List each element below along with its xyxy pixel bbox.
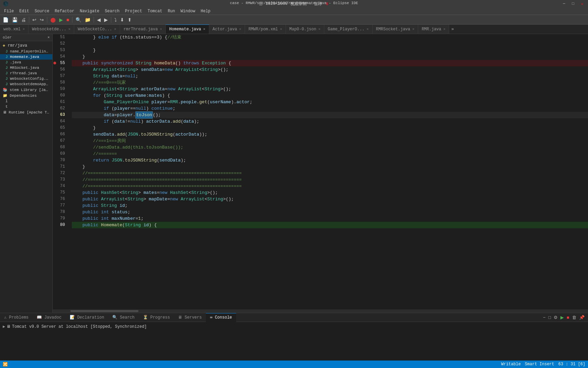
tab-overflow[interactable]: »: [449, 27, 456, 32]
menu-file[interactable]: File: [1, 8, 17, 14]
tab-homemate[interactable]: Homemate.java ×: [166, 25, 209, 34]
tab-pom-close[interactable]: ×: [280, 27, 282, 31]
menu-navigate[interactable]: Navigate: [77, 8, 102, 14]
tab-gameplayero[interactable]: Game_PlayerO... ×: [324, 25, 373, 34]
minimize-button[interactable]: ─: [561, 1, 567, 7]
tab-websocketco-close[interactable]: ×: [114, 27, 116, 31]
bottom-tab-console[interactable]: ⌨ Console: [206, 313, 236, 322]
tab-rmrthread-close[interactable]: ×: [160, 27, 162, 31]
toolbar-stop[interactable]: ■: [65, 16, 70, 24]
toolbar-open-resource[interactable]: 📁: [83, 16, 92, 24]
sidebar-item-java1[interactable]: J .java: [0, 60, 52, 65]
bottom-tab-servers[interactable]: 🖥 Servers: [174, 313, 206, 322]
title-bar-hamburger[interactable]: ☰: [259, 1, 263, 6]
bottom-tab-problems[interactable]: ⚠ Problems: [0, 313, 33, 322]
sidebar-item-l[interactable]: l: [0, 98, 52, 104]
tab-webxml-label: web.xml: [3, 27, 20, 32]
bottom-tab-javadoc[interactable]: 📖 Javadoc: [33, 313, 66, 322]
toolbar-sep-4: [94, 17, 94, 23]
close-button[interactable]: ✕: [579, 1, 585, 7]
ln-52: 52: [53, 41, 68, 47]
menu-edit[interactable]: Edit: [17, 8, 32, 14]
menu-project[interactable]: Project: [122, 8, 145, 14]
tab-websocketde-close[interactable]: ×: [68, 27, 71, 31]
tab-rmrthread[interactable]: rmrThread.java ×: [120, 25, 166, 34]
console-maximize-button[interactable]: □: [548, 314, 552, 321]
console-run-button[interactable]: ▶: [560, 314, 565, 321]
ln-77: 77: [53, 202, 68, 209]
code-container[interactable]: 51 52 53 54 55 56 57 58 59 60 61 62 63 6…: [53, 34, 588, 309]
sidebar-item-t[interactable]: t: [0, 104, 52, 109]
sidebar-item-homemate[interactable]: J Homemate.java: [0, 54, 52, 60]
toolbar-redo[interactable]: ↪: [38, 16, 45, 24]
toolbar-sep-2: [47, 17, 47, 23]
toolbar-print[interactable]: 🖨: [20, 16, 27, 24]
toolbar-step-return[interactable]: ⬆: [126, 16, 133, 24]
menu-source[interactable]: Source: [32, 8, 52, 14]
tab-rmr-close[interactable]: ×: [443, 27, 446, 31]
console-stop-button[interactable]: ■: [566, 314, 570, 321]
console-minimize-button[interactable]: −: [542, 314, 546, 321]
console-clear-button[interactable]: 🗑: [571, 314, 577, 321]
toolbar-new[interactable]: 📄: [1, 16, 10, 24]
tab-actor-close[interactable]: ×: [239, 27, 242, 31]
sidebar-close-icon[interactable]: ×: [47, 35, 50, 40]
tab-rmrsocket[interactable]: RMRSocket.java ×: [373, 25, 418, 34]
code-line-61: Game_PlayerOnline player=RMR.people.get(…: [72, 99, 588, 105]
menu-tomcat[interactable]: Tomcat: [145, 8, 165, 14]
tab-map-close[interactable]: ×: [318, 27, 321, 31]
toolbar-prev[interactable]: ◀: [96, 16, 102, 24]
sidebar-item-wsapp[interactable]: J WebsocketdemoApplication.java: [0, 81, 52, 87]
ln-60: 60: [53, 92, 68, 99]
title-bar-right: ─ □ ✕: [561, 1, 585, 7]
tab-actor[interactable]: Actor.java ×: [209, 25, 245, 34]
bottom-tab-progress[interactable]: ⏳ Progress: [139, 313, 174, 322]
menu-refactor[interactable]: Refactor: [52, 8, 77, 14]
tab-websocketde[interactable]: Websocketde... ×: [29, 25, 74, 34]
sidebar-item-rthread[interactable]: J rThread.java: [0, 71, 52, 76]
tab-webxml-close[interactable]: ×: [22, 27, 25, 31]
sidebar-item-game-player[interactable]: J name_PlayerOnline.java: [0, 49, 52, 54]
sidebar-item-tomcat[interactable]: 🖥 Runtime [Apache Tomcat v9.0]: [0, 109, 52, 115]
bottom-tab-search[interactable]: 🔍 Search: [108, 313, 138, 322]
toolbar-run[interactable]: ▶: [58, 16, 64, 24]
toolbar-save[interactable]: 💾: [11, 16, 19, 24]
tab-map[interactable]: Map0-0.json ×: [286, 25, 324, 34]
toolbar-next[interactable]: ▶: [103, 16, 109, 24]
record-icon[interactable]: ⏸: [325, 1, 329, 6]
tab-homemate-close[interactable]: ×: [203, 27, 206, 31]
tab-rmrsocket-close[interactable]: ×: [412, 27, 415, 31]
menu-run[interactable]: Run: [165, 8, 178, 14]
sidebar-item-wsconfig[interactable]: J WebsocketConfig.java: [0, 76, 52, 81]
java-file-icon2: J: [5, 60, 8, 64]
menu-window[interactable]: Window: [178, 8, 198, 14]
tab-pom[interactable]: RMWR/pom.xml ×: [245, 25, 286, 34]
tab-rmr[interactable]: RMR.java ×: [418, 25, 449, 34]
console-pin-button[interactable]: 📌: [578, 314, 585, 321]
maximize-button[interactable]: □: [570, 1, 576, 7]
sidebar-item-dependencies[interactable]: 📁 Dependencies: [0, 93, 52, 98]
toolbar-search[interactable]: 🔍: [74, 16, 83, 24]
tab-websocketde-label: Websocketde...: [32, 27, 66, 32]
toolbar-step-into[interactable]: ⬇: [119, 16, 126, 24]
toolbar-sep-3: [72, 17, 72, 23]
toolbar-step-over[interactable]: ⤵: [113, 16, 118, 24]
bottom-tab-declaration[interactable]: 📝 Declaration: [66, 313, 108, 322]
sidebar-item-rmrjava[interactable]: ◈ rmr/java: [0, 42, 52, 49]
tab-actor-label: Actor.java: [213, 27, 237, 32]
tab-webxml[interactable]: web.xml ×: [0, 25, 29, 34]
menu-help[interactable]: Help: [198, 8, 213, 14]
sidebar-item-mrsocket[interactable]: J MRSocket.java: [0, 65, 52, 71]
tab-gameplayero-close[interactable]: ×: [366, 27, 369, 31]
toolbar-undo[interactable]: ↩: [31, 16, 38, 24]
horizontal-scrollbar[interactable]: [53, 309, 588, 313]
toolbar-debug[interactable]: ⬤: [49, 16, 57, 24]
sidebar-item-jre[interactable]: 📚 stem Library [JavaSE-1.6]: [0, 87, 52, 93]
tab-websocketco[interactable]: WebSocketCo... ×: [74, 25, 120, 34]
menu-search[interactable]: Search: [102, 8, 122, 14]
status-position: 63 : 31 [6]: [558, 362, 585, 367]
h-scrollbar-thumb[interactable]: [70, 310, 138, 312]
console-settings-button[interactable]: ⚙: [553, 314, 558, 321]
code-lines[interactable]: } else if (this.status==3) {//结束 } } pub…: [70, 34, 588, 309]
ln-66: 66: [53, 131, 68, 138]
